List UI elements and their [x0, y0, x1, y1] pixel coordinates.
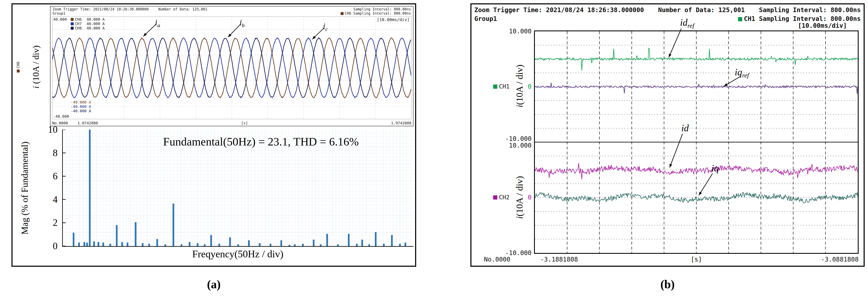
figure-page: CH6 i (10A / div) Zoom Trigger Time: 202… — [0, 0, 868, 297]
trace-label-iq: iq — [711, 162, 719, 175]
scope-a-channel-readouts: CH6 40.000 A CH7 40.000 A CH8 40.000 A — [71, 17, 105, 30]
trace-label-id: id — [681, 122, 689, 135]
fft-plot: Fundamental(50Hz) = 23.1, THD = 6.16% — [62, 129, 413, 247]
fft-ytick: 8 — [42, 148, 58, 158]
dq-current-waveform-chart — [535, 31, 858, 253]
trace-label-base: id — [680, 17, 687, 28]
trace-label-ib: ib — [240, 18, 245, 29]
scope-b-data-count: Number of Data: 125,001 — [658, 6, 745, 14]
panel-b: Zoom Trigger Time: 2021/08/24 18:26:38.0… — [470, 3, 865, 267]
scope-b-sampling-interval: Sampling Interval: 800.00ns — [759, 6, 861, 14]
scope-a-y-axis-label: i (10A / div) — [31, 46, 41, 89]
fft-ytick: 6 — [42, 171, 58, 181]
ytick-top-min: -10.000 — [499, 135, 531, 142]
trace-label-base: id — [681, 123, 689, 133]
fft-annotation: Fundamental(50Hz) = 23.1, THD = 6.16% — [115, 135, 407, 148]
fft-ytick: 10 — [42, 124, 58, 135]
ch6-marker-label: CH6 — [16, 62, 20, 68]
ytick-bot-min: -10.000 — [499, 249, 531, 257]
channel-marker-ch6: CH6 — [16, 62, 20, 72]
scope-a-time-start: 1.0742088 — [78, 121, 98, 125]
scope-a-footer: No.0000 1.0742088 [s] 1.9742088 — [52, 121, 411, 125]
channel-range: 40.000 A — [87, 17, 105, 22]
ch1-marker-label: CH1 — [499, 83, 509, 90]
ytick-top-max: 10.000 — [499, 28, 531, 35]
fft-y-axis-label: Mag (% of Fundamental) — [20, 142, 30, 235]
trace-label-iqref: iqref — [735, 66, 749, 79]
trace-label-base: i — [323, 22, 325, 31]
channel-readout: CH6 40.000 A — [71, 17, 105, 22]
fft-ytick: 4 — [42, 194, 58, 205]
scope-a-header: Zoom Trigger Time: 2021/08/24 18:26:38.0… — [51, 6, 413, 16]
scope-b-plot — [534, 30, 859, 254]
ch8-color-swatch — [71, 27, 74, 30]
ch7-color-swatch — [71, 22, 74, 25]
fft-ytick: 0 — [42, 241, 58, 251]
scope-a-ch-sampling: CH6 Sampling Interval: 800.00ns — [341, 11, 411, 16]
three-phase-waveform-chart — [52, 17, 411, 119]
scope-b-time-per-div: [10.00ms/div] — [798, 22, 847, 29]
ch6-color-swatch — [17, 69, 20, 72]
trace-label-base: iq — [735, 67, 742, 78]
axis-label-i: i — [31, 86, 41, 89]
channel-marker-ch1: CH1 — [493, 83, 509, 90]
scope-a-time-end: 1.9742088 — [391, 121, 411, 125]
scope-b-top-y-axis-label: i(10A / div) — [514, 64, 525, 107]
trace-label-sub: b — [242, 22, 245, 28]
channel-min: -40.000 A — [71, 105, 91, 109]
scope-b-group: Group1 — [474, 14, 497, 23]
channel-range: 40.000 A — [87, 22, 105, 26]
trace-label-base: i — [240, 18, 242, 27]
channel-range: 40.000 A — [87, 26, 105, 30]
panel-a: CH6 i (10A / div) Zoom Trigger Time: 202… — [11, 3, 416, 267]
trace-label-ia: ia — [155, 18, 160, 29]
scope-a-trigger-time: Zoom Trigger Time: 2021/08/24 18:26:38.0… — [53, 7, 149, 11]
scope-a-time-per-div: [10.00ms/div] — [377, 17, 409, 22]
axis-label-units: (10A / div) — [31, 46, 41, 86]
channel-readout: CH8 40.000 A — [71, 26, 105, 30]
scope-b-trigger-time: Zoom Trigger Time: 2021/08/24 18:26:38.0… — [474, 6, 644, 14]
trace-label-sub: ref — [687, 22, 694, 29]
scope-a-sampling-interval: Sampling Interval: 800.00ns — [353, 7, 411, 11]
scope-a-group: Group1 — [53, 11, 65, 16]
scope-a-ymin: -40.000 — [53, 114, 69, 119]
channel-marker-ch2: CH2 — [493, 194, 509, 201]
scope-b-time-end: -3.0881808 — [784, 256, 859, 263]
axis-label-units: (10A / div) — [515, 176, 525, 216]
fft-x-axis-label: Freqyency(50Hz / div) — [62, 248, 413, 260]
axis-label-i: i — [515, 105, 525, 107]
scope-b-bottom-y-axis-label: i(10A / div) — [514, 176, 525, 219]
ch6-color-swatch — [71, 18, 74, 21]
channel-name: CH7 — [75, 22, 87, 26]
scope-b-header: Zoom Trigger Time: 2021/08/24 18:26:38.0… — [474, 6, 861, 23]
fft-ytick: 2 — [42, 217, 58, 228]
trace-label-sub: c — [325, 26, 328, 32]
caption-a: (a) — [11, 277, 416, 291]
channel-min: -40.000 A — [71, 100, 91, 105]
ch2-marker-label: CH2 — [499, 194, 509, 201]
scope-a-data-count: Number of Data: 125,001 — [158, 7, 207, 11]
trace-label-base: iq — [711, 163, 719, 173]
scope-a-time-unit: [s] — [241, 121, 248, 125]
axis-label-i: i — [515, 216, 525, 219]
trace-label-sub: ref — [742, 72, 749, 79]
trace-label-base: i — [155, 18, 157, 27]
ch2-color-swatch — [493, 195, 497, 200]
scope-a-plot: 40.000 CH6 40.000 A CH7 40.000 A CH8 — [52, 17, 411, 119]
caption-b: (b) — [470, 277, 865, 291]
ch1-color-swatch — [738, 17, 742, 21]
ch1-color-swatch — [493, 85, 497, 89]
channel-name: CH6 — [75, 17, 87, 22]
ytick-bot-max: 10.000 — [499, 142, 531, 149]
channel-name: CH8 — [75, 26, 87, 30]
scope-b-ch-sampling-text: CH1 Sampling Interval: 800.00ns — [744, 15, 861, 22]
channel-readout: CH7 40.000 A — [71, 22, 105, 26]
axis-label-units: (10A / div) — [515, 64, 525, 105]
scope-a-channel-min-readouts: -40.000 A -40.000 A -40.000 A — [71, 100, 91, 113]
trace-label-ic: ic — [323, 21, 328, 32]
trace-label-sub: a — [157, 22, 160, 28]
ch6-color-swatch — [341, 12, 344, 15]
oscilloscope-a: Zoom Trigger Time: 2021/08/24 18:26:38.0… — [50, 6, 413, 126]
scope-a-ch-sampling-text: CH6 Sampling Interval: 800.00ns — [345, 11, 411, 16]
scope-a-ymax: 40.000 — [53, 17, 67, 22]
